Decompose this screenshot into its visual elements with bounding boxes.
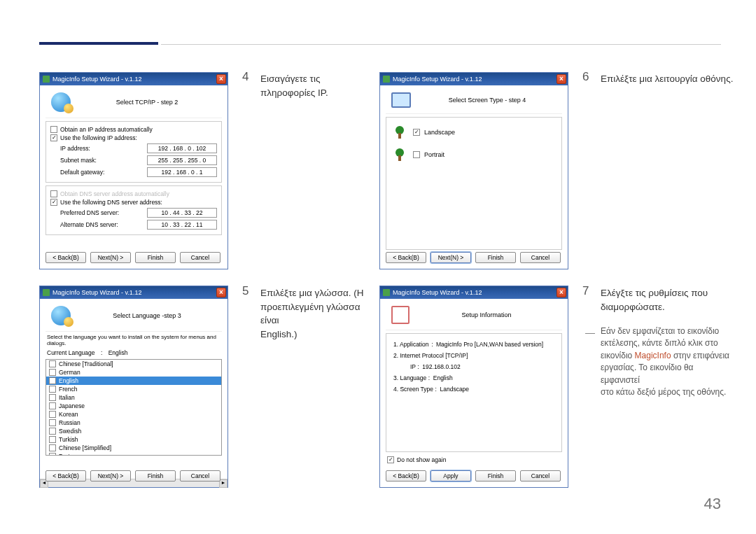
lang-label: Turkish [59,436,78,443]
cancel-button[interactable]: Cancel [520,470,561,482]
info4-val: Landscape [440,386,469,393]
auto-ip-checkbox[interactable] [50,126,57,133]
titlebar: MagicInfo Setup Wizard - v.1.12 × [40,73,227,85]
list-item[interactable]: Korean [46,410,221,419]
page-number: 43 [704,495,721,513]
close-icon[interactable]: × [556,74,566,84]
lang-checkbox[interactable] [49,419,56,426]
lang-label: Russian [59,419,80,426]
list-item[interactable]: Chinese [Simplified] [46,444,221,452]
touch-icon [391,306,410,324]
info4-label: 4. Screen Type : [393,386,437,393]
gw-input[interactable]: 192 . 168 . 0 . 1 [147,167,217,177]
list-item[interactable]: Russian [46,419,221,427]
info2-ip-val: 192.168.0.102 [422,363,460,370]
cancel-button[interactable]: Cancel [180,252,220,263]
next-button[interactable]: Next(N) > [430,252,471,263]
title-text: MagicInfo Setup Wizard - v.1.12 [393,76,482,83]
header-accent [39,42,158,45]
back-button[interactable]: < Back(B) [386,252,426,263]
info1-val: MagicInfo Pro [LAN,WAN based version] [436,341,543,348]
cancel-button[interactable]: Cancel [520,252,561,263]
note-l3c: στην επιφάνεια [671,351,729,360]
lang-checkbox[interactable] [49,453,56,456]
lang-label: German [59,369,80,376]
portrait-checkbox[interactable] [413,151,420,158]
list-item[interactable]: Chinese [Traditional] [46,360,221,368]
info2: 2. Internet Protocol [TCP/IP] [393,352,468,359]
lang-checkbox[interactable] [49,386,56,393]
mask-input[interactable]: 255 . 255 . 255 . 0 [147,155,217,165]
note-l2: εκτέλεσης, κάντε διπλό κλικ στο [601,338,718,348]
lang-checkbox[interactable] [49,402,56,409]
lang-desc: Select the language you want to install … [47,334,220,346]
lang-label: Japanese [59,402,85,409]
auto-dns-checkbox[interactable] [50,190,57,197]
lang-label: Chinese [Simplified] [59,444,111,451]
lang-checkbox[interactable] [49,428,56,435]
landscape-label: Landscape [424,129,455,136]
ip-label: IP address: [60,145,90,152]
adns-input[interactable]: 10 . 33 . 22 . 11 [147,220,217,230]
use-ip-checkbox[interactable] [50,134,57,141]
mask-label: Subnet mask: [60,157,97,164]
pdns-input[interactable]: 10 . 44 . 33 . 22 [147,208,217,218]
note-l4: εργασίας. Το εικονίδιο θα εμφανιστεί [601,363,694,384]
list-item[interactable]: German [46,368,221,377]
lang-checkbox[interactable] [49,360,56,367]
list-item[interactable]: Japanese [46,402,221,410]
step6-number: 6 [582,70,589,84]
lang-checkbox[interactable] [49,436,56,443]
lang-checkbox[interactable] [49,369,56,376]
gw-label: Default gateway: [60,169,104,176]
step5-line1: Επιλέξτε μια γλώσσα. (Η [260,288,364,298]
apply-button[interactable]: Apply [430,470,471,482]
cancel-button[interactable]: Cancel [180,470,220,482]
step5-line2: προεπιλεγμένη γλώσσα είναι [260,302,360,326]
back-button[interactable]: < Back(B) [46,252,86,263]
back-button[interactable]: < Back(B) [386,470,426,482]
list-item[interactable]: Swedish [46,427,221,435]
next-button[interactable]: Next(N) > [90,470,131,482]
info2-ip-label: IP : [410,363,419,370]
titlebar: MagicInfo Setup Wizard - v.1.12 × [380,73,568,85]
list-item[interactable]: English [46,377,221,385]
app-icon [43,289,50,296]
step5-line3: English.) [260,329,298,339]
dontshow-checkbox[interactable] [387,456,394,463]
dontshow-label: Do not show again [397,456,446,463]
step7-line1: Ελέγξτε τις ρυθμίσεις που [601,288,708,298]
back-button[interactable]: < Back(B) [46,470,86,482]
finish-button[interactable]: Finish [135,470,176,482]
use-dns-checkbox[interactable] [50,199,57,206]
lang-checkbox[interactable] [49,377,56,384]
lang-checkbox[interactable] [49,394,56,401]
finish-button[interactable]: Finish [475,252,516,263]
close-icon[interactable]: × [216,288,226,297]
step7-line2: διαμορφώσατε. [601,302,665,312]
finish-button[interactable]: Finish [475,470,516,482]
close-icon[interactable]: × [216,74,226,84]
note-l5: στο κάτω δεξιό μέρος της οθόνης. [601,387,726,397]
step5-instruction: Επιλέξτε μια γλώσσα. (Η προεπιλεγμένη γλ… [260,286,379,341]
step-header: Setup Information [416,311,556,318]
language-listbox[interactable]: Chinese [Traditional]GermanEnglishFrench… [46,359,222,456]
close-icon[interactable]: × [556,288,566,297]
list-item[interactable]: Portuguese [46,452,221,456]
title-text: MagicInfo Setup Wizard - v.1.12 [52,76,141,83]
landscape-checkbox[interactable] [413,129,420,136]
current-lang-val: English [108,349,128,356]
next-button[interactable]: Next(N) > [90,252,131,263]
ip-input[interactable]: 192 . 168 . 0 . 102 [147,143,217,153]
wizard-setupinfo: MagicInfo Setup Wizard - v.1.12 × Setup … [379,286,568,488]
list-item[interactable]: Italian [46,393,221,402]
titlebar: MagicInfo Setup Wizard - v.1.12 × [40,286,227,299]
step7-number: 7 [582,284,589,298]
list-item[interactable]: French [46,385,221,393]
title-text: MagicInfo Setup Wizard - v.1.12 [393,289,482,296]
finish-button[interactable]: Finish [135,252,176,263]
step-header: Select Language -step 3 [78,312,216,319]
list-item[interactable]: Turkish [46,435,221,444]
lang-checkbox[interactable] [49,444,56,451]
lang-checkbox[interactable] [49,411,56,418]
